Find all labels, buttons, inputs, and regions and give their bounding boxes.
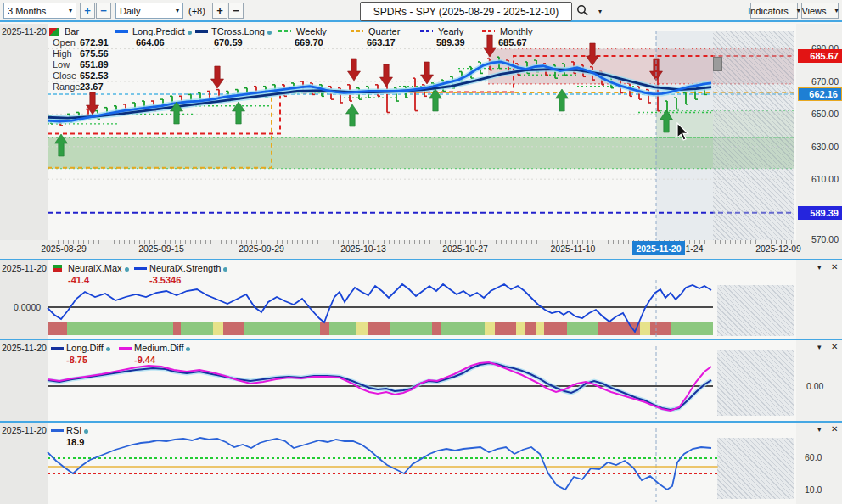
ohlc-value: 675.56 [80, 48, 109, 59]
series-swatch [51, 429, 64, 432]
strip-segment [516, 322, 525, 335]
time-axis-label: 1-24 [685, 244, 703, 254]
future-zone-panel4 [717, 438, 794, 499]
interval-value: Daily [120, 6, 140, 16]
price-axis-label: 570.00 [796, 234, 839, 244]
views-label: Views [801, 6, 826, 16]
strip-segment [671, 322, 713, 335]
strip-segment [181, 322, 213, 335]
legend-value: 18.9 [66, 437, 84, 447]
price-axis-label: 670.00 [796, 76, 839, 87]
legend-name[interactable]: NeuralX.Strength [149, 263, 227, 273]
time-axis-label: 2025-10-27 [442, 244, 488, 254]
main-date-label: 2025-11-20 [2, 26, 47, 36]
range-select[interactable]: 3 Months ▾ [3, 3, 76, 19]
ohlc-value: 23.67 [80, 81, 104, 92]
strip-segment [329, 322, 356, 335]
settings-dot-icon[interactable] [125, 267, 129, 272]
yearly-swatch [420, 30, 433, 32]
collapse-panel-icon[interactable]: ▾ [817, 343, 822, 351]
quarter-swatch [351, 30, 363, 32]
legend-name[interactable]: Monthly [500, 26, 533, 36]
legend-value: 669.70 [295, 37, 323, 48]
strip-segment [356, 322, 368, 335]
price-badge: 662.16 [798, 87, 842, 101]
legend-name[interactable]: Long.Diff [66, 343, 110, 353]
strip-segment [495, 322, 516, 335]
legend-value: 589.39 [436, 37, 465, 48]
panel4-plot-area[interactable] [48, 423, 796, 504]
legend-value: -8.75 [66, 355, 87, 365]
search-dropdown-caret[interactable]: ▾ [598, 8, 602, 15]
ohlc-label: Open [53, 37, 76, 48]
rsi-axis-label: 10.0 [805, 484, 822, 495]
scroll-handle[interactable] [713, 57, 722, 71]
tcross-long-swatch [195, 30, 208, 33]
legend-name[interactable]: RSI [66, 425, 88, 435]
search-icon[interactable] [576, 4, 589, 17]
bar-series-label[interactable]: Bar [65, 26, 79, 36]
settings-dot-icon[interactable] [188, 31, 192, 35]
strip-segment [244, 322, 320, 335]
strip-segment [67, 322, 173, 335]
strip-segment [223, 322, 244, 335]
legend-value: -41.4 [68, 275, 89, 285]
strip-segment [485, 322, 495, 335]
strip-segment [640, 322, 650, 335]
legend-name[interactable]: NeuralX.Max [68, 263, 129, 273]
legend-name[interactable]: Yearly [438, 26, 463, 36]
long-predict-swatch [115, 30, 128, 33]
bar-series-icon[interactable] [49, 28, 59, 36]
indicators-button[interactable]: Indicators ▾ [750, 3, 798, 19]
main-left-gutter [0, 24, 48, 240]
strip-segment [213, 322, 223, 335]
settings-dot-icon[interactable] [223, 267, 227, 272]
settings-dot-icon[interactable] [84, 429, 88, 434]
views-button[interactable]: Views ▾ [801, 3, 839, 19]
close-panel-icon[interactable]: ✕ [831, 342, 838, 351]
legend-value: 664.06 [136, 37, 165, 48]
add-button[interactable]: + [212, 3, 227, 19]
strip-segment [48, 322, 67, 335]
zoom-out-button[interactable]: − [96, 3, 111, 19]
toolbar: 3 Months ▾ + − Daily ▾ (+8) + − SPDRs - … [0, 0, 842, 22]
chevron-down-icon: ▾ [69, 7, 72, 14]
legend-name[interactable]: Weekly [296, 26, 327, 36]
ohlc-value: 672.91 [80, 37, 109, 48]
weekly-swatch [278, 30, 291, 32]
settings-dot-icon[interactable] [186, 347, 190, 351]
collapse-panel-icon[interactable]: ▾ [817, 263, 822, 272]
legend-name[interactable]: TCross.Long [211, 26, 272, 36]
ohlc-label: Close [53, 70, 76, 81]
time-axis-label: 2025-09-29 [239, 244, 284, 254]
strip-segment [536, 322, 544, 335]
time-axis-label: 2025-12-09 [755, 244, 801, 254]
time-axis-label: 2025-11-10 [551, 244, 596, 254]
legend-name[interactable]: Medium.Diff [134, 343, 190, 353]
strip-segment [525, 322, 536, 335]
zoom-in-button[interactable]: + [80, 3, 95, 19]
mouse-cursor [676, 122, 690, 143]
future-zone-panel3 [717, 350, 794, 416]
close-panel-icon[interactable]: ✕ [831, 262, 838, 272]
indicators-label: Indicators [748, 6, 789, 16]
settings-dot-icon[interactable] [106, 347, 110, 351]
legend-name[interactable]: Quarter [368, 26, 400, 36]
strip-segment [650, 322, 671, 335]
settings-dot-icon[interactable] [267, 31, 272, 35]
legend-value: -9.44 [134, 355, 155, 365]
strip-segment [390, 322, 432, 335]
legend-name[interactable]: Long.Predict [132, 26, 192, 36]
interval-select[interactable]: Daily ▾ [115, 3, 183, 19]
ohlc-label: Range [53, 81, 80, 92]
panel-date-label: 2025-11-20 [2, 343, 47, 353]
collapse-panel-icon[interactable]: ▾ [817, 425, 822, 434]
close-panel-icon[interactable]: ✕ [831, 424, 838, 434]
neuralx-max-icon[interactable] [53, 265, 62, 272]
future-zone-panel2 [717, 285, 794, 336]
strip-segment [432, 322, 441, 335]
ohlc-label: Low [53, 59, 70, 70]
panel3-zero-label: 0.00 [806, 381, 823, 391]
remove-button[interactable]: − [228, 3, 244, 19]
symbol-title[interactable]: SPDRs - SPY (2025-08-29 - 2025-12-10) [360, 2, 572, 21]
